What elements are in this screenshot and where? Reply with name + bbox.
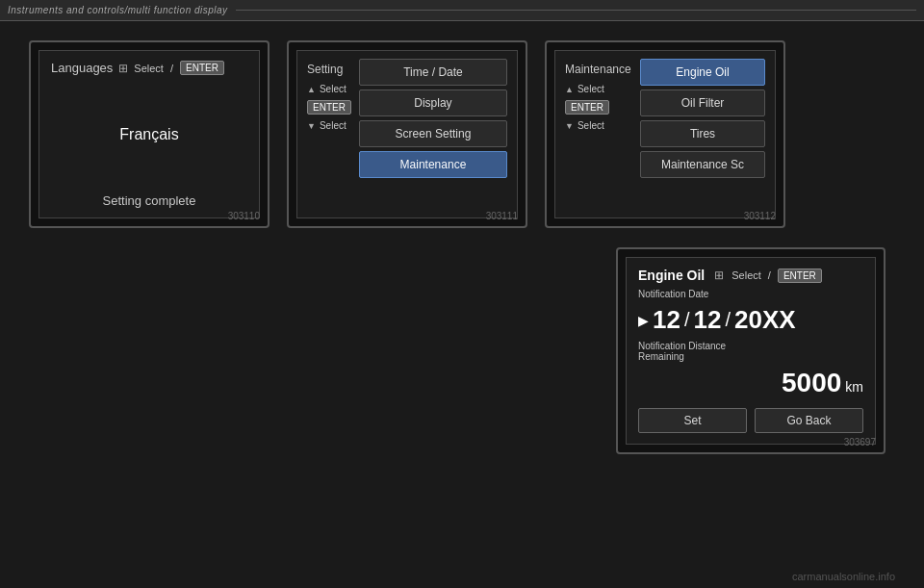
top-bar: Instruments and controls/multi function … bbox=[0, 0, 924, 21]
notif-date-label: Notification Date bbox=[638, 289, 863, 299]
select-label-lang[interactable]: Select bbox=[134, 63, 164, 74]
date-year: 20XX bbox=[734, 305, 796, 335]
box-icon-oil: ⊞ bbox=[714, 268, 724, 282]
select-up-p3[interactable]: Select bbox=[578, 84, 604, 94]
select-down-p2[interactable]: Select bbox=[320, 120, 346, 131]
language-value: Français bbox=[51, 118, 247, 151]
arrow-down-icon-p3: ▼ bbox=[565, 121, 574, 131]
arrow-up-icon-p2: ▲ bbox=[307, 85, 316, 94]
panel2-code: 303111 bbox=[486, 211, 518, 221]
go-back-button[interactable]: Go Back bbox=[755, 408, 863, 433]
date-sep2: / bbox=[725, 309, 731, 331]
box-icon: ⊞ bbox=[118, 62, 128, 75]
panel-languages: Languages ⊞ Select / ENTER Français Sett… bbox=[29, 40, 270, 228]
option-maintenance[interactable]: Maintenance bbox=[359, 151, 507, 178]
option-engine-oil[interactable]: Engine Oil bbox=[640, 59, 765, 86]
date-day: 12 bbox=[693, 305, 721, 335]
option-time-date[interactable]: Time / Date bbox=[359, 59, 507, 86]
panel1-code: 303110 bbox=[228, 211, 260, 221]
slash-lang: / bbox=[170, 63, 173, 74]
enter-btn-lang[interactable]: ENTER bbox=[180, 61, 224, 75]
option-tires[interactable]: Tires bbox=[640, 120, 765, 147]
panel-setting: Setting ▲ Select ENTER ▼ Select Time / D… bbox=[287, 40, 527, 228]
date-sep1: / bbox=[684, 309, 690, 331]
distance-unit: km bbox=[845, 379, 863, 395]
panel3-code: 303112 bbox=[744, 211, 776, 221]
languages-title: Languages bbox=[51, 61, 113, 75]
distance-value: 5000 bbox=[782, 368, 841, 398]
top-bar-text: Instruments and controls/multi function … bbox=[8, 5, 228, 15]
slash-oil: / bbox=[768, 269, 771, 281]
enter-btn-p2[interactable]: ENTER bbox=[307, 100, 351, 115]
select-down-p3[interactable]: Select bbox=[578, 120, 604, 131]
option-maintenance-sc[interactable]: Maintenance Sc bbox=[640, 151, 765, 178]
option-display[interactable]: Display bbox=[359, 89, 507, 116]
set-button[interactable]: Set bbox=[638, 408, 747, 433]
option-screen-setting[interactable]: Screen Setting bbox=[359, 120, 507, 147]
setting-status: Setting complete bbox=[51, 193, 247, 208]
arrow-up-icon-p3: ▲ bbox=[565, 85, 574, 94]
date-arrow-icon: ▶ bbox=[638, 313, 649, 328]
setting-title: Setting bbox=[307, 63, 351, 76]
notif-dist-label: Notification Distance Remaining bbox=[638, 341, 863, 362]
enter-btn-p3[interactable]: ENTER bbox=[565, 100, 609, 115]
oil-title: Engine Oil bbox=[638, 268, 705, 283]
select-up-p2[interactable]: Select bbox=[320, 84, 346, 94]
date-month: 12 bbox=[653, 305, 680, 335]
panel-maintenance: Maintenance ▲ Select ENTER ▼ Select Engi… bbox=[545, 40, 785, 228]
enter-btn-oil[interactable]: ENTER bbox=[778, 268, 822, 283]
panel-oil-detail: Engine Oil ⊞ Select / ENTER Notification… bbox=[616, 247, 886, 454]
option-oil-filter[interactable]: Oil Filter bbox=[640, 89, 765, 116]
select-label-oil[interactable]: Select bbox=[732, 269, 761, 281]
site-watermark: carmanualsonline.info bbox=[792, 571, 895, 582]
panel4-code: 303697 bbox=[844, 437, 876, 447]
arrow-down-icon-p2: ▼ bbox=[307, 121, 316, 131]
maintenance-title: Maintenance bbox=[565, 63, 632, 76]
